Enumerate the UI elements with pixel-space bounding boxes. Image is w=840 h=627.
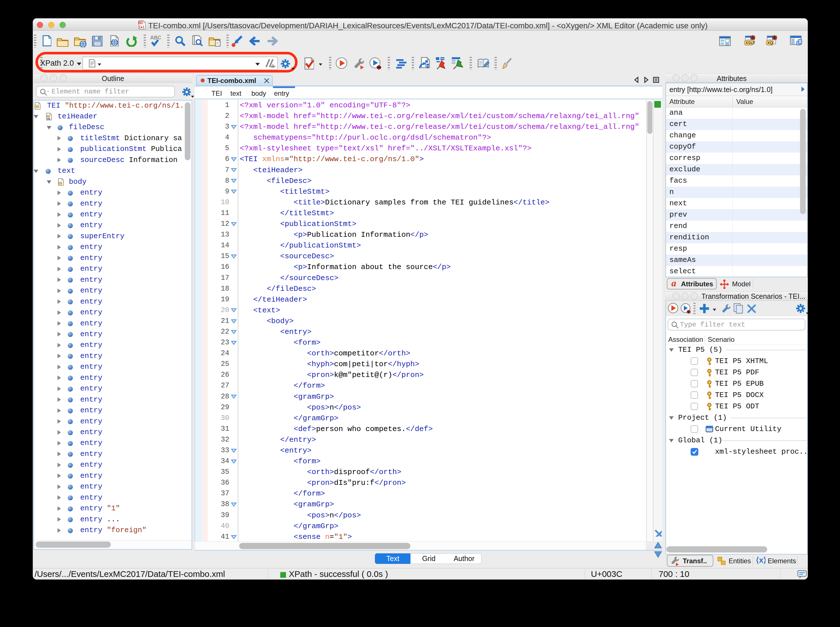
svg-text:⟨x⟩: ⟨x⟩ xyxy=(756,556,766,564)
svg-text:XSLT: XSLT xyxy=(745,41,755,45)
svg-text:a: a xyxy=(671,279,676,288)
svg-text:⟨●⟩: ⟨●⟩ xyxy=(139,25,144,29)
svg-text:XQ: XQ xyxy=(767,41,773,45)
svg-text:TEI: TEI xyxy=(35,106,38,108)
svg-text:ABC: ABC xyxy=(150,35,161,41)
svg-text:XML: XML xyxy=(139,21,145,24)
